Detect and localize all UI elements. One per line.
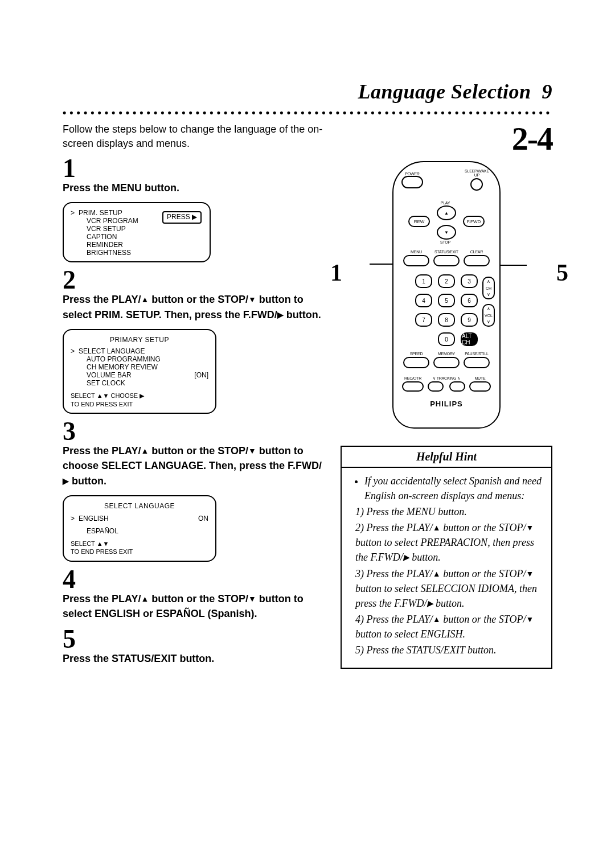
osd2-item: SET CLOCK [79, 379, 208, 387]
num-0-button[interactable]: 0 [438, 332, 455, 346]
sleep-label: SLEEP/WAKE UP [462, 169, 491, 177]
right-triangle-icon: ▶ [277, 309, 284, 320]
divider-dots: ••••••••••••••••••••••••••••••••••••••••… [63, 107, 552, 119]
num-6-button[interactable]: 6 [461, 294, 478, 307]
remote-top-row: POWER SLEEP/WAKE UP [401, 169, 491, 191]
intro-text: Follow the steps below to change the lan… [63, 122, 325, 151]
up-triangle-icon: ▲ [141, 593, 149, 604]
num-7-button[interactable]: 7 [415, 313, 432, 327]
hint-line-1: 1) Press the MENU button. [355, 504, 543, 519]
tracking-up-button[interactable] [449, 381, 465, 392]
page-title: Language Selection 9 [63, 80, 552, 104]
osd1-item: CAPTION [79, 233, 203, 241]
play-button[interactable]: ▲ [437, 205, 456, 220]
transport-cluster: PLAY▲ REW F.FWD ▼STOP [401, 205, 491, 246]
callout-line [370, 264, 392, 265]
osd2-title: PRIMARY SETUP [71, 336, 208, 344]
osd-select-language: SELECT LANGUAGE >ENGLISHON ESPAÑOL SELEC… [63, 495, 216, 562]
brand-label: PHILIPS [401, 400, 491, 408]
osd3-title: SELECT LANGUAGE [71, 502, 208, 510]
tracking-down-button[interactable] [428, 381, 444, 392]
callout-left-num: 1 [330, 261, 342, 285]
vol-rocker[interactable]: ∧VOL∨ [482, 304, 495, 327]
right-triangle-icon: ▶ [63, 475, 69, 487]
number-grid: 1 2 3 4 5 6 7 8 9 0 ALT CH [415, 274, 478, 346]
step-2-number: 2 [63, 267, 325, 293]
osd-press-button: PRESS ▶ [162, 211, 202, 224]
ffwd-button[interactable]: F.FWD [463, 216, 485, 227]
hint-lead: If you accidentally select Spanish and n… [364, 474, 543, 503]
osd2-item: CH MEMORY REVIEW [79, 363, 208, 371]
ch-rocker[interactable]: ∧CH∨ [482, 277, 495, 299]
osd1-item: BRIGHTNESS [79, 249, 203, 257]
recotr-button[interactable] [402, 381, 424, 392]
rew-button[interactable]: REW [408, 216, 430, 227]
pause-button[interactable] [464, 357, 490, 368]
osd-primary-setup: PRIMARY SETUP >SELECT LANGUAGE AUTO PROG… [63, 329, 216, 414]
callout-range: 2-4 [341, 122, 552, 155]
hint-title: Helpful Hint [342, 447, 551, 468]
num-4-button[interactable]: 4 [415, 294, 432, 307]
up-triangle-icon: ▲ [141, 445, 149, 456]
num-9-button[interactable]: 9 [461, 313, 478, 327]
memory-button[interactable] [433, 357, 460, 368]
osd2-state: [ON] [194, 371, 208, 379]
num-2-button[interactable]: 2 [438, 274, 455, 288]
num-3-button[interactable]: 3 [461, 274, 478, 288]
clear-button[interactable] [464, 255, 490, 266]
power-area: POWER [401, 172, 423, 188]
step-3-number: 3 [63, 418, 325, 445]
title-text: Language Selection [358, 80, 531, 103]
right-column: 2-4 1 5 POWER SLEEP/WAKE UP [341, 122, 552, 669]
step-1-number: 1 [63, 155, 325, 182]
bottom-row: REC/OTR ∨ TRACKING ∧ MUTE [401, 376, 491, 392]
spd-row: SPEED MEMORY PAUSE/STILL [401, 352, 491, 368]
speed-button[interactable] [403, 357, 429, 368]
status-exit-button[interactable] [433, 255, 460, 266]
osd3-item: ESPAÑOL [79, 527, 208, 535]
menu-row: MENU STATUS/EXIT CLEAR [401, 250, 491, 266]
osd3-item: ENGLISH [79, 515, 198, 523]
osd2-item: SELECT LANGUAGE [79, 347, 208, 355]
columns: Follow the steps below to change the lan… [63, 122, 552, 669]
osd2-item: AUTO PROGRAMMING [79, 355, 208, 363]
menu-button[interactable] [403, 255, 429, 266]
up-triangle-icon: ▲ [141, 294, 149, 305]
num-8-button[interactable]: 8 [438, 313, 455, 327]
step-3-head: Press the PLAY/▲ button or the STOP/▼ bu… [63, 443, 325, 488]
altch-button[interactable]: ALT CH [461, 332, 478, 346]
down-triangle-icon: ▼ [248, 593, 256, 604]
step-1-head: Press the MENU button. [63, 180, 325, 195]
step-5-number: 5 [63, 626, 325, 652]
page: Language Selection 9 •••••••••••••••••••… [0, 0, 615, 703]
hint-body: If you accidentally select Spanish and n… [342, 468, 551, 668]
callout-right-num: 5 [556, 261, 568, 285]
hint-line-2: 2) Press the PLAY/▲ button or the STOP/▼… [355, 520, 543, 565]
helpful-hint: Helpful Hint If you accidentally select … [341, 446, 552, 669]
step-5-head: Press the STATUS/EXIT button. [63, 651, 325, 666]
down-triangle-icon: ▼ [248, 445, 256, 456]
side-keys: ∧CH∨ ∧VOL∨ [482, 277, 495, 327]
hint-line-3: 3) Press the PLAY/▲ button or the STOP/▼… [355, 566, 543, 611]
osd1-item: VCR SETUP [79, 225, 203, 233]
left-column: Follow the steps below to change the lan… [63, 122, 325, 669]
page-number: 9 [542, 80, 553, 103]
stop-button[interactable]: ▼ [437, 225, 456, 240]
osd3-state: ON [198, 515, 208, 523]
callout-line [501, 265, 527, 266]
mute-button[interactable] [469, 381, 491, 392]
remote-control: POWER SLEEP/WAKE UP PLAY▲ REW F.FWD [392, 161, 501, 429]
osd2-item: VOLUME BAR [79, 371, 194, 379]
power-button[interactable] [401, 176, 423, 188]
num-1-button[interactable]: 1 [415, 274, 432, 288]
step-4-number: 4 [63, 566, 325, 593]
step-4-head: Press the PLAY/▲ button or the STOP/▼ bu… [63, 591, 325, 621]
hint-line-4: 4) Press the PLAY/▲ button or the STOP/▼… [355, 612, 543, 641]
num-5-button[interactable]: 5 [438, 294, 455, 307]
remote-figure: 1 5 POWER SLEEP/WAKE UP [341, 161, 552, 429]
osd1-item: REMINDER [79, 241, 203, 249]
osd3-footer: SELECT ▲▼ TO END PRESS EXIT [71, 540, 208, 557]
number-area: 1 2 3 4 5 6 7 8 9 0 ALT CH [401, 274, 491, 346]
power-label: POWER [401, 172, 423, 176]
sleep-button[interactable] [470, 178, 483, 191]
